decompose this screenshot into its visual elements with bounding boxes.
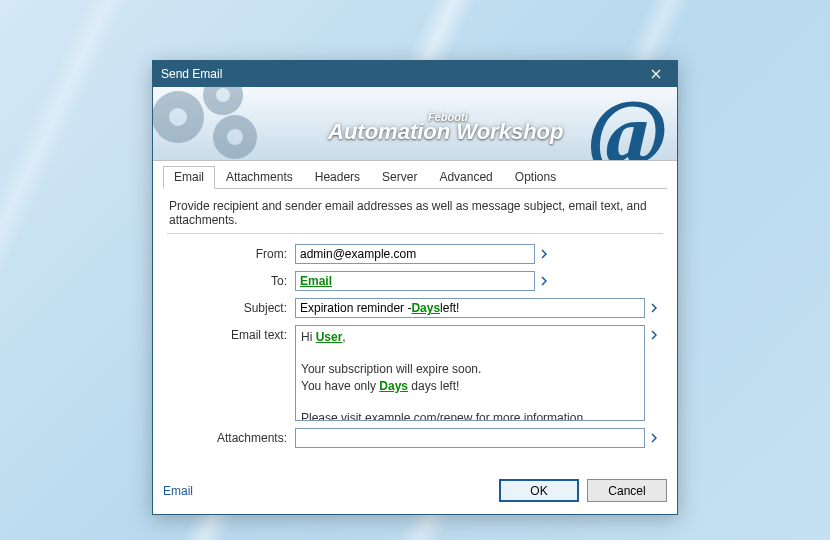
label-attachments: Attachments: xyxy=(167,428,295,445)
to-field[interactable]: Email xyxy=(295,271,535,291)
at-sign-icon: @ xyxy=(589,87,667,161)
tab-headers[interactable]: Headers xyxy=(304,166,371,189)
close-icon xyxy=(651,69,661,79)
attachments-vars-button[interactable] xyxy=(647,428,661,448)
from-field[interactable]: admin@example.com xyxy=(295,244,535,264)
send-email-dialog: Send Email @ Febooti Automation Workshop… xyxy=(152,60,678,515)
label-to: To: xyxy=(167,271,295,288)
cancel-button[interactable]: Cancel xyxy=(587,479,667,502)
chevron-right-icon xyxy=(651,303,657,313)
tab-attachments[interactable]: Attachments xyxy=(215,166,304,189)
chevron-right-icon xyxy=(541,276,547,286)
chevron-right-icon xyxy=(651,433,657,443)
close-button[interactable] xyxy=(643,64,669,84)
dialog-footer: Email OK Cancel xyxy=(153,469,677,514)
help-link[interactable]: Email xyxy=(163,484,193,498)
ok-button[interactable]: OK xyxy=(499,479,579,502)
attachments-field[interactable] xyxy=(295,428,645,448)
label-from: From: xyxy=(167,244,295,261)
intro-text: Provide recipient and sender email addre… xyxy=(167,197,663,234)
brand-big: Automation Workshop xyxy=(328,119,563,145)
tab-email[interactable]: Email xyxy=(163,166,215,189)
label-email-text: Email text: xyxy=(167,325,295,342)
subject-field[interactable]: Expiration reminder - Days left! xyxy=(295,298,645,318)
tab-options[interactable]: Options xyxy=(504,166,567,189)
tab-strip: Email Attachments Headers Server Advance… xyxy=(163,165,667,189)
gears-icon xyxy=(153,87,313,161)
subject-vars-button[interactable] xyxy=(647,298,661,318)
svg-point-5 xyxy=(227,129,243,145)
email-text-field[interactable]: Hi User, Your subscription will expire s… xyxy=(295,325,645,421)
chevron-right-icon xyxy=(651,330,657,340)
chevron-right-icon xyxy=(541,249,547,259)
to-vars-button[interactable] xyxy=(537,271,551,291)
brand-text: Febooti Automation Workshop xyxy=(328,111,563,145)
svg-point-3 xyxy=(216,88,230,102)
label-subject: Subject: xyxy=(167,298,295,315)
tab-advanced[interactable]: Advanced xyxy=(428,166,503,189)
tab-server[interactable]: Server xyxy=(371,166,428,189)
body-vars-button[interactable] xyxy=(647,325,661,345)
tab-body-email: Provide recipient and sender email addre… xyxy=(163,189,667,459)
from-vars-button[interactable] xyxy=(537,244,551,264)
titlebar: Send Email xyxy=(153,61,677,87)
banner: @ Febooti Automation Workshop xyxy=(153,87,677,161)
window-title: Send Email xyxy=(161,67,643,81)
svg-point-1 xyxy=(169,108,187,126)
